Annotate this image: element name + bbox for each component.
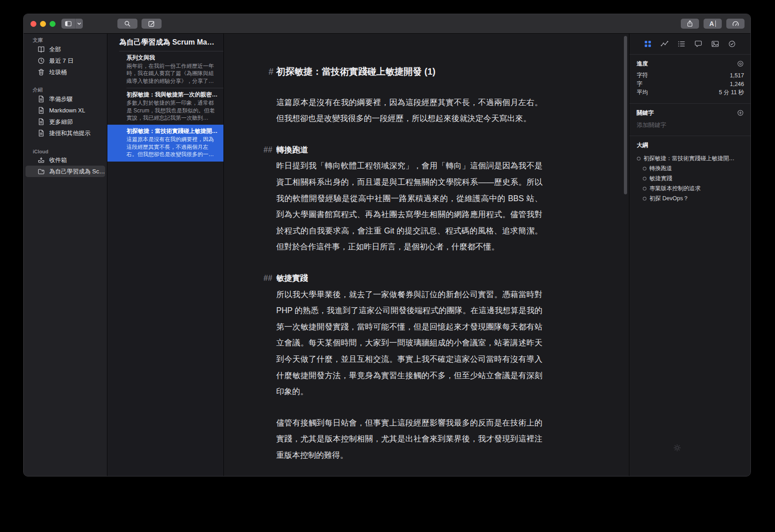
stat-label: 字符 — [637, 71, 648, 79]
sheet-icon — [37, 95, 45, 103]
settings-gear-button[interactable] — [673, 444, 681, 452]
outline-item[interactable]: 初探敏捷：當技術實踐碰上敏捷開… — [637, 153, 744, 163]
book-icon — [37, 46, 45, 53]
outline-circle-icon — [643, 197, 647, 201]
stat-label: 平均 — [637, 89, 648, 96]
text-view-button[interactable]: A — [704, 19, 722, 29]
sidebar-item-label: 收件箱 — [49, 156, 67, 164]
sidebar-item-shortcuts-tips[interactable]: 捷徑和其他提示 — [25, 127, 105, 139]
share-button[interactable] — [681, 19, 699, 29]
paragraph: 昨日提到我「轉向軟體工程領域深究」，會用「轉向」這個詞是因為我不是資工相關科系出… — [276, 158, 542, 255]
search-button[interactable] — [117, 19, 137, 29]
sidebar-item-more-details[interactable]: 更多細節 — [25, 116, 105, 127]
markdown-h2-marker: ## — [263, 142, 272, 158]
dashboard-panel: 進度 字符 1,517 字 1,246 平均 — [629, 34, 750, 476]
outline-item[interactable]: 初探 DevOps？ — [637, 193, 744, 203]
chevron-down-icon[interactable] — [75, 19, 83, 29]
sheet-item[interactable]: 初探敏捷：我與敏捷第一次的親密接觸 多數人對於敏捷的第一印象，通常都是 Scru… — [107, 88, 223, 125]
sheet-item-selected[interactable]: 初探敏捷：當技術實踐碰上敏捷開發 (1) 這篇原本是沒有在我的綱要裡，因為這段經… — [107, 125, 223, 161]
add-keyword-button[interactable] — [737, 109, 744, 117]
sidebar-item-markdown-xl[interactable]: Markdown XL — [25, 105, 105, 116]
app-window: A 文庫 全部 — [23, 14, 751, 476]
outline-item-label: 轉換跑道 — [649, 165, 672, 172]
sheet-preview: 這篇原本是沒有在我的綱要裡，因為這段經歷其實不長，不過兩個月左右。但我想卻也是改… — [127, 136, 218, 158]
sheet-list: 為自己學習成為 Scrum Mas… 系列文與我 兩年前，在我前一份工作經歷近一… — [107, 34, 224, 476]
outline-item[interactable]: 專業版本控制的追求 — [637, 183, 744, 193]
keywords-title: 關鍵字 — [637, 109, 654, 117]
paragraph: 所以我大學畢業後，就去了一家做餐券與訂位的新創公司實習。憑藉當時對 PHP 的熟… — [276, 287, 542, 400]
review-badge-tab[interactable] — [728, 40, 736, 48]
stat-label: 字 — [637, 80, 643, 88]
search-icon — [124, 20, 131, 27]
sheet-item[interactable]: 系列文與我 兩年前，在我前一份工作經歷近一年時，我在鐵人賽寫了篇《為團隊與組織導… — [107, 51, 223, 88]
outline-item-label: 初探敏捷：當技術實踐碰上敏捷開… — [643, 155, 734, 162]
sidebar-item-all[interactable]: 全部 — [25, 44, 105, 55]
gauge-icon — [732, 20, 740, 28]
outline-title: 大綱 — [637, 142, 648, 149]
outline-circle-icon — [643, 177, 647, 181]
sidebar-item-label: 準備步驟 — [49, 95, 73, 103]
sidebar-toggle-button[interactable] — [61, 19, 83, 29]
paragraph: 這篇原本是沒有在我的綱要裡，因為這段經歷其實不長，不過兩個月左右。但我想卻也是改… — [276, 95, 542, 127]
progress-title: 進度 — [637, 60, 648, 68]
sidebar-item-label: 最近 7 日 — [49, 57, 73, 65]
sidebar-item-label: Markdown XL — [49, 107, 85, 114]
stat-characters: 字符 1,517 — [637, 71, 744, 80]
stat-value: 5 分 11 秒 — [719, 89, 744, 96]
editor-text-area[interactable]: #初探敏捷：當技術實踐碰上敏捷開發 (1) 這篇原本是沒有在我的綱要裡，因為這段… — [224, 34, 542, 463]
sidebar-item-prep-steps[interactable]: 準備步驟 — [25, 93, 105, 105]
sidebar-item-last-7-days[interactable]: 最近 7 日 — [25, 55, 105, 66]
keywords-section: 關鍵字 添加關鍵字 — [629, 104, 750, 136]
editor: #初探敏捷：當技術實踐碰上敏捷開發 (1) 這篇原本是沒有在我的綱要裡，因為這段… — [224, 34, 629, 476]
minimize-button[interactable] — [40, 21, 46, 27]
panel-tabs — [629, 34, 750, 55]
sidebar: 文庫 全部 最近 7 日 垃圾桶 — [24, 34, 107, 476]
outline-item[interactable]: 敏捷實踐 — [637, 173, 744, 183]
sidebar-item-label: 垃圾桶 — [49, 68, 67, 76]
sidebar-item-trash[interactable]: 垃圾桶 — [25, 66, 105, 78]
outline-item-label: 敏捷實踐 — [649, 175, 672, 182]
markdown-heading1: #初探敏捷：當技術實踐碰上敏捷開發 (1) — [276, 64, 542, 80]
progress-chart-tab[interactable] — [660, 40, 669, 48]
sidebar-item-label: 為自己學習成為 Scrum… — [49, 167, 105, 176]
stat-average-reading-time: 平均 5 分 11 秒 — [637, 88, 744, 97]
text-caret-icon — [715, 20, 716, 27]
keyword-input[interactable]: 添加關鍵字 — [637, 121, 744, 129]
clock-icon — [37, 57, 45, 65]
comments-tab[interactable] — [694, 40, 703, 48]
compose-button[interactable] — [142, 19, 162, 29]
trash-icon — [37, 68, 45, 76]
sidebar-item-inbox[interactable]: 收件箱 — [25, 154, 105, 166]
dashboard-button[interactable] — [726, 19, 745, 29]
stat-words: 字 1,246 — [637, 80, 744, 88]
dashboard-grid-tab[interactable] — [643, 40, 652, 48]
outline-list-tab[interactable] — [677, 40, 686, 48]
project-folder-icon — [37, 167, 45, 175]
sheet-icon — [37, 106, 45, 114]
close-button[interactable] — [30, 21, 36, 27]
outline-circle-icon — [643, 187, 647, 191]
zoom-button[interactable] — [50, 21, 56, 27]
traffic-lights — [30, 21, 56, 27]
outline-item[interactable]: 轉換跑道 — [637, 163, 744, 173]
sidebar-section-icloud: iCloud — [24, 146, 107, 154]
goal-target-button[interactable] — [737, 60, 744, 67]
sidebar-section-intro: 介紹 — [24, 85, 107, 93]
sidebar-item-scrum-project[interactable]: 為自己學習成為 Scrum… — [25, 166, 105, 177]
sidebar-item-label: 全部 — [49, 46, 61, 54]
text-view-icon: A — [709, 20, 714, 27]
outline-item-label: 專業版本控制的追求 — [649, 185, 701, 193]
markdown-h1-marker: # — [268, 64, 274, 80]
editor-scrollbar[interactable] — [624, 36, 627, 194]
media-image-tab[interactable] — [711, 40, 719, 48]
outline-circle-icon — [637, 157, 641, 161]
sidebar-item-label: 捷徑和其他提示 — [49, 129, 91, 137]
titlebar: A — [24, 14, 750, 34]
sheet-list-title: 為自己學習成為 Scrum Mas… — [107, 34, 223, 51]
progress-section: 進度 字符 1,517 字 1,246 平均 — [629, 55, 750, 104]
sheet-preview: 多數人對於敏捷的第一印象，通常都是 Scrum，我想我也是類似的。但老實說，我已… — [127, 99, 218, 122]
sidebar-toggle-icon — [61, 19, 75, 29]
compose-icon — [148, 20, 155, 27]
stat-value: 1,517 — [730, 72, 744, 79]
sheet-icon — [37, 129, 45, 137]
